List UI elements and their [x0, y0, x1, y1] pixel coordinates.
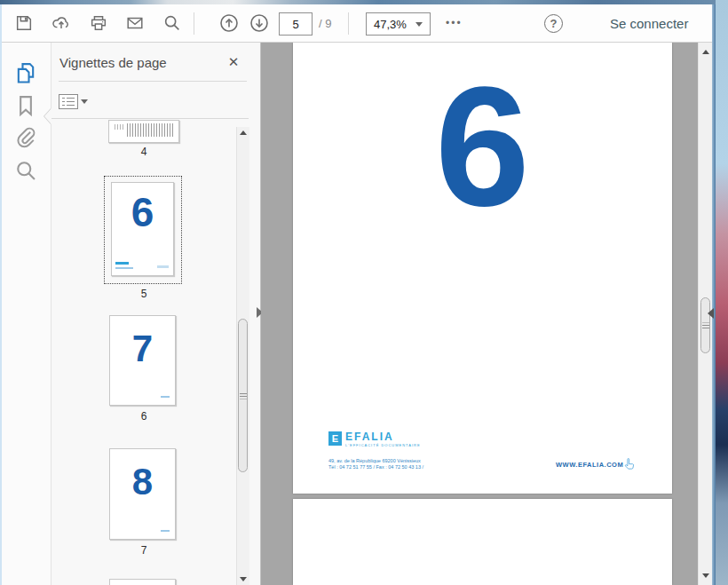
thumbnail-page-number: 8 [110, 462, 175, 502]
thumbnail-page-7[interactable]: 8 [109, 448, 176, 540]
scrollbar-grip [240, 392, 247, 399]
pdf-viewer-window: / 9 47,3% ••• ? Se connecter [0, 0, 728, 585]
search-button[interactable] [159, 4, 186, 42]
paperclip-icon [13, 137, 38, 152]
thumbnail-page-4[interactable] [108, 120, 179, 143]
previous-page-button[interactable] [216, 4, 242, 42]
scrollbar-thumb[interactable] [700, 297, 710, 353]
thumbnail-logo-mark [115, 267, 133, 269]
thumbnail-label: 5 [108, 288, 179, 300]
chevron-down-icon [415, 22, 423, 27]
chevron-down-icon [81, 99, 88, 104]
efalia-logo: E EFALIA L'EFFICACITÉ DOCUMENTAIRE [328, 431, 421, 447]
thumbnail-page-5[interactable]: 6 [111, 182, 174, 276]
zoom-level-dropdown[interactable]: 47,3% [366, 12, 431, 36]
thumbnail-footer-mark [157, 265, 169, 268]
address-line-1: 49, av. de la République 69200 Vénissieu… [328, 458, 423, 464]
printer-icon [89, 13, 108, 33]
panel-title: Vignettes de page [59, 55, 167, 70]
save-button[interactable] [11, 4, 37, 42]
page-thumbnails-panel: Vignettes de page ✕ 4 6 5 [51, 43, 261, 585]
thumbnail-footer-mark [161, 530, 170, 532]
page-up-icon [218, 12, 240, 34]
address-line-2: Tél : 04 72 51 77 55 / Fax : 04 72 50 43… [328, 464, 423, 470]
scroll-up-arrow[interactable] [237, 130, 249, 135]
email-button[interactable] [122, 4, 148, 42]
page-total-label: / 9 [319, 4, 331, 43]
thumbnail-content [115, 124, 125, 130]
toolbar-separator [194, 12, 194, 35]
page-down-icon [249, 12, 270, 34]
panel-notch [44, 108, 51, 124]
efalia-logo-icon: E [328, 431, 342, 446]
sidebar-item-search[interactable] [13, 158, 38, 183]
sidebar-item-attachments[interactable] [13, 124, 38, 149]
main-toolbar: / 9 47,3% ••• ? Se connecter [2, 4, 712, 43]
document-page: 6 E EFALIA L'EFFICACITÉ DOCUMENTAIRE 49,… [293, 43, 672, 494]
page-thumbnails-icon [13, 73, 38, 88]
thumbnail-page-partial[interactable] [109, 579, 176, 585]
search-icon [13, 170, 38, 186]
scroll-down-arrow[interactable] [699, 573, 712, 578]
help-icon: ? [550, 17, 558, 30]
envelope-icon [124, 13, 146, 33]
thumbnail-options-button[interactable] [59, 92, 89, 110]
thumbnail-label: 6 [108, 410, 179, 423]
save-icon [14, 13, 34, 33]
next-page-button[interactable] [246, 4, 273, 42]
desktop-edge-right [716, 0, 728, 585]
thumbnail-logo-mark [115, 262, 129, 265]
page-number-input[interactable] [279, 12, 313, 36]
print-button[interactable] [85, 4, 112, 42]
scroll-down-arrow[interactable] [237, 577, 249, 581]
window-border-right [712, 4, 716, 585]
sign-in-button[interactable]: Se connecter [610, 4, 688, 42]
scrollbar-grip [702, 322, 709, 328]
sidebar-item-page-thumbnails[interactable] [13, 60, 38, 85]
panel-divider [59, 81, 247, 82]
thumbnail-page-number: 7 [110, 328, 175, 369]
cloud-upload-icon [51, 13, 72, 33]
thumbnail-page-number: 6 [112, 190, 173, 234]
more-options-button[interactable]: ••• [446, 4, 463, 42]
close-panel-button[interactable]: ✕ [224, 52, 243, 72]
efalia-logo-name: EFALIA [345, 431, 421, 442]
thumbnail-panel-scrollbar[interactable] [236, 127, 249, 585]
sidebar-item-bookmarks[interactable] [13, 93, 38, 118]
navigation-icon-strip [2, 43, 51, 585]
help-button[interactable]: ? [544, 14, 563, 33]
hand-pointer-cursor [623, 458, 635, 475]
scrollbar-thumb[interactable] [238, 319, 248, 472]
close-icon: ✕ [228, 54, 240, 70]
thumbnail-footer-mark [161, 396, 170, 398]
share-button[interactable] [48, 4, 75, 42]
bookmark-icon [13, 106, 38, 121]
document-page-next [293, 499, 672, 585]
list-options-icon [59, 94, 78, 109]
panel-divider [51, 118, 249, 119]
thumbnail-content [127, 123, 174, 137]
toolbar-separator [348, 12, 349, 35]
address-block: 49, av. de la République 69200 Vénissieu… [328, 458, 423, 470]
thumbnail-label: 4 [108, 146, 179, 158]
document-view-area[interactable]: 6 E EFALIA L'EFFICACITÉ DOCUMENTAIRE 49,… [261, 43, 712, 585]
efalia-logo-tagline: L'EFFICACITÉ DOCUMENTAIRE [345, 443, 421, 447]
search-icon [162, 13, 182, 33]
tools-pane-splitter-handle[interactable] [708, 308, 714, 319]
zoom-level-value: 47,3% [374, 18, 407, 31]
scroll-up-arrow[interactable] [699, 50, 712, 54]
thumbnail-page-6[interactable]: 7 [109, 315, 176, 406]
page-big-number: 6 [293, 62, 672, 231]
website-link[interactable]: WWW.EFALIA.COM [556, 461, 623, 469]
thumbnail-label: 7 [108, 544, 179, 557]
